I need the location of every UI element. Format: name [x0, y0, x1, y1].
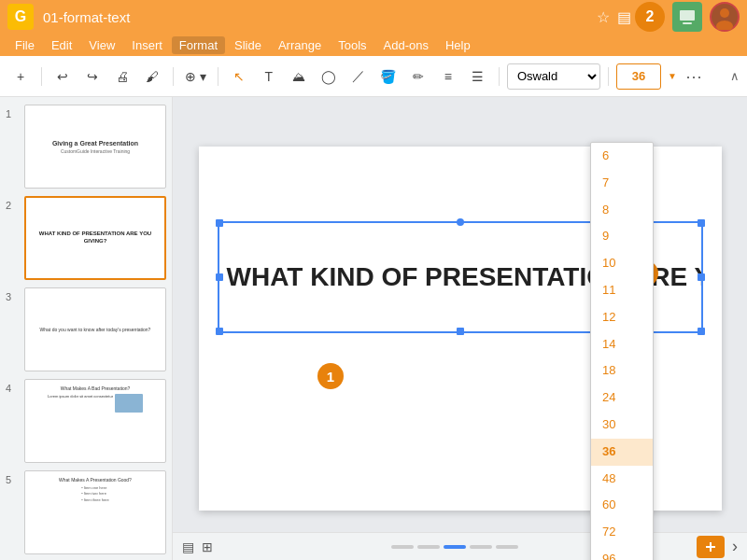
menu-file[interactable]: File [7, 36, 42, 54]
handle-bottom-left[interactable] [216, 328, 223, 335]
handle-top-left[interactable] [216, 219, 223, 227]
fs-60[interactable]: 60 [591, 492, 653, 519]
slide3-text: What do you want to know after today's p… [40, 327, 151, 333]
redo-btn[interactable]: ↪ [79, 63, 106, 90]
slide5-detail: • Item one here• Item two here• Item thr… [81, 485, 109, 503]
star-icon[interactable]: ☆ [597, 8, 610, 26]
menu-bar: File Edit View Insert Format Slide Arran… [0, 34, 747, 56]
menu-tools[interactable]: Tools [331, 36, 374, 54]
fs-14[interactable]: 14 [591, 331, 653, 358]
menu-format[interactable]: Format [172, 36, 225, 54]
dot-3 [444, 545, 466, 549]
paint-format-btn[interactable]: 🖌 [139, 63, 165, 90]
fs-10[interactable]: 10 [591, 250, 653, 277]
fs-9[interactable]: 9 [591, 223, 653, 250]
slide-box-3[interactable]: What do you want to know after today's p… [24, 287, 166, 371]
slide-dots [391, 545, 518, 549]
fs-18[interactable]: 18 [591, 357, 653, 385]
slide-thumb-3[interactable]: 3 What do you want to know after today's… [6, 287, 166, 371]
shape-btn[interactable]: ◯ [316, 63, 342, 90]
menu-view[interactable]: View [81, 36, 122, 54]
menu-arrange[interactable]: Arrange [271, 36, 329, 54]
font-size-input[interactable] [616, 63, 661, 90]
add-slide-btn[interactable] [697, 536, 725, 558]
zoom-btn[interactable]: ⊕ ▾ [181, 63, 210, 90]
step1-badge: 1 [317, 363, 344, 389]
slide-thumb-4[interactable]: 4 What Makes A Bad Presentation? Lorem i… [6, 379, 166, 463]
slide5-text: What Makes A Presentation Good? [59, 477, 132, 483]
draw-btn[interactable]: ✏ [405, 63, 431, 90]
slides-icon[interactable] [672, 2, 702, 32]
app-icon: G [7, 4, 34, 30]
slide-thumb-5[interactable]: 5 What Makes A Presentation Good? • Item… [6, 470, 166, 554]
menu-help[interactable]: Help [438, 36, 478, 54]
line-btn[interactable]: ／ [345, 63, 372, 90]
fs-48[interactable]: 48 [591, 466, 653, 493]
sep2 [173, 67, 174, 86]
fs-11[interactable]: 11 [591, 277, 653, 304]
tile-view-icon[interactable]: ⊞ [202, 539, 213, 554]
handle-bottom-mid[interactable] [457, 328, 464, 335]
sep4 [499, 67, 500, 86]
handle-top-right[interactable] [698, 219, 705, 227]
fs-12[interactable]: 12 [591, 304, 653, 331]
grid-view-icon[interactable]: ▤ [182, 539, 194, 554]
add-btn[interactable]: + [7, 63, 34, 90]
slide4-img-block [115, 394, 143, 413]
menu-edit[interactable]: Edit [44, 36, 79, 54]
undo-btn[interactable]: ↩ [49, 63, 76, 90]
folder-icon[interactable]: ▤ [617, 8, 631, 26]
menu-addons[interactable]: Add-ons [376, 36, 436, 54]
list-btn[interactable]: ☰ [465, 63, 491, 90]
expand-btn[interactable]: ∧ [730, 69, 740, 83]
user-avatar[interactable] [710, 2, 740, 32]
fs-6[interactable]: 6 [591, 143, 653, 170]
slide-num-5: 5 [6, 470, 19, 485]
step2-badge: 2 [635, 2, 665, 32]
font-select[interactable]: Oswald [507, 63, 600, 90]
image-btn[interactable]: ⛰ [286, 63, 312, 90]
slide-thumb-1[interactable]: 1 Giving a Great Presentation CustomGuid… [6, 105, 166, 189]
slide-box-1[interactable]: Giving a Great Presentation CustomGuide … [24, 105, 166, 189]
fs-72[interactable]: 72 [591, 519, 653, 546]
dot-1 [391, 545, 414, 549]
fs-7[interactable]: 7 [591, 170, 653, 197]
menu-insert[interactable]: Insert [124, 36, 170, 54]
handle-bottom-right[interactable] [698, 328, 705, 335]
fill-btn[interactable]: 🪣 [375, 63, 402, 90]
svg-point-3 [720, 8, 729, 18]
header-right: 2 [635, 2, 740, 32]
bottom-left: ▤ ⊞ [182, 539, 213, 554]
slide-box-2[interactable]: WHAT KIND OF PRESENTATION ARE YOU GIVING… [24, 196, 166, 280]
text-btn[interactable]: T [256, 63, 282, 90]
main-layout: 1 Giving a Great Presentation CustomGuid… [0, 97, 747, 560]
next-slide-btn[interactable]: › [732, 537, 738, 556]
slide2-text: WHAT KIND OF PRESENTATION ARE YOU GIVING… [30, 231, 161, 245]
top-bar: G 01-format-text ☆ ▤ 2 [0, 0, 747, 34]
fs-30[interactable]: 30 [591, 412, 653, 439]
fs-96[interactable]: 96 [591, 546, 653, 560]
slide-num-1: 1 [6, 105, 19, 119]
slide-box-4[interactable]: What Makes A Bad Presentation? Lorem ips… [24, 379, 166, 463]
sep5 [608, 67, 609, 86]
menu-slide[interactable]: Slide [227, 36, 269, 54]
slide1-sub: CustomGuide Interactive Training [61, 148, 130, 154]
align-btn[interactable]: ≡ [435, 63, 461, 90]
font-size-dropdown-btn[interactable]: ▼ [665, 63, 680, 90]
sep1 [41, 67, 42, 86]
fs-36[interactable]: 36 [591, 439, 653, 466]
fs-8[interactable]: 8 [591, 197, 653, 224]
cursor-btn[interactable]: ↖ [226, 63, 252, 90]
font-size-dropdown: 6 7 8 9 10 11 12 14 18 24 30 36 48 60 72… [590, 142, 654, 560]
handle-mid-left[interactable] [216, 273, 223, 281]
handle-mid-right[interactable] [698, 273, 705, 281]
slide-thumb-2[interactable]: 2 WHAT KIND OF PRESENTATION ARE YOU GIVI… [6, 196, 166, 280]
bottom-right: › [697, 536, 738, 558]
fs-24[interactable]: 24 [591, 385, 653, 412]
slide1-title: Giving a Great Presentation [52, 140, 138, 147]
dot-5 [496, 545, 518, 549]
svg-rect-0 [680, 10, 695, 21]
print-btn[interactable]: 🖨 [109, 63, 135, 90]
more-options-btn[interactable]: ⋯ [685, 66, 702, 87]
slide-box-5[interactable]: What Makes A Presentation Good? • Item o… [24, 470, 166, 554]
